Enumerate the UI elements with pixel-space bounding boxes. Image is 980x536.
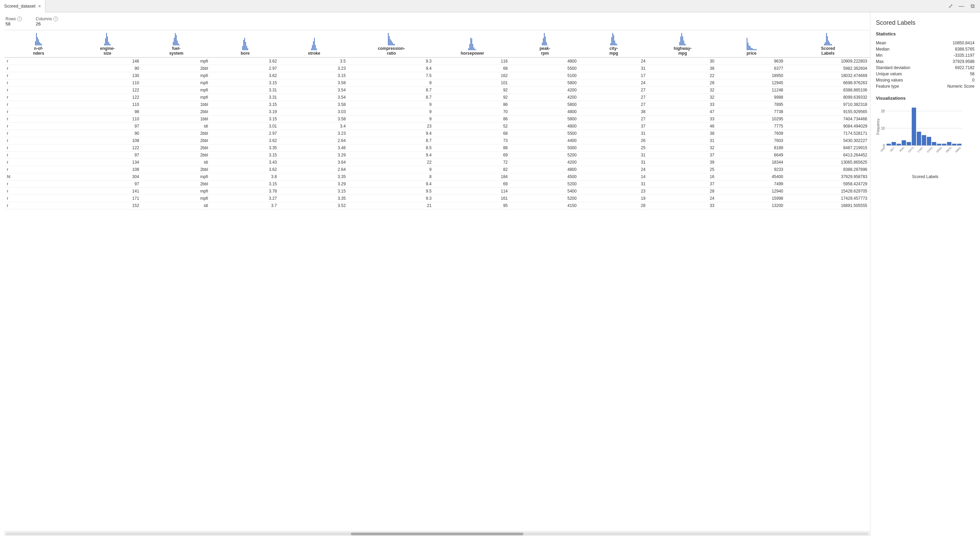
cell-15-1: 108 — [73, 166, 142, 173]
mini-bar — [681, 33, 682, 45]
mini-bar — [469, 44, 470, 50]
col-name-9: highway-mpg — [674, 46, 692, 56]
cell-6-1: 110 — [73, 101, 142, 108]
cell-13-9: 37 — [648, 152, 717, 159]
stat-label: Min — [876, 52, 931, 59]
mini-bar — [616, 43, 616, 45]
minimize-restore-icon[interactable]: ⤢ — [946, 2, 955, 11]
cell-5-0: r — [4, 94, 73, 101]
col-name-7: peak-rpm — [539, 46, 550, 56]
cell-14-6: 72 — [434, 159, 511, 166]
cell-10-0: r — [4, 130, 73, 137]
svg-text:9044..: 9044.. — [899, 146, 905, 152]
mini-bar — [471, 38, 472, 50]
rows-info-icon[interactable]: ? — [17, 16, 22, 21]
cell-8-5: 9 — [348, 115, 434, 123]
cell-17-7: 5200 — [511, 180, 579, 188]
cell-7-1: 98 — [73, 108, 142, 115]
columns-meta: Columns ? 26 — [36, 16, 58, 27]
cell-18-10: 12940 — [717, 188, 786, 195]
cell-5-8: 27 — [579, 94, 648, 101]
cell-3-1: 110 — [73, 80, 142, 87]
scroll-track[interactable] — [5, 533, 869, 535]
tab-scored-dataset[interactable]: Scored_dataset × — [0, 0, 45, 13]
cell-19-11: 17429.457773 — [786, 195, 870, 202]
right-panel: Scored Labels Statistics Mean10850.8414M… — [870, 13, 980, 536]
cell-0-3: 3.62 — [211, 57, 279, 65]
col-header-2: fuel-system — [142, 30, 211, 57]
cell-8-4: 3.58 — [280, 115, 348, 123]
maximize-button[interactable]: ⧉ — [967, 2, 977, 11]
stat-value: -3335.1197 — [931, 52, 975, 59]
cell-9-10: 7775 — [717, 123, 786, 130]
cell-8-8: 27 — [579, 115, 648, 123]
cell-5-3: 3.31 — [211, 94, 279, 101]
mini-bar — [390, 39, 391, 45]
mini-bar — [104, 44, 105, 45]
tab-label: Scored_dataset — [4, 3, 35, 9]
cell-19-3: 3.27 — [211, 195, 279, 202]
mini-bar — [754, 49, 754, 50]
table-row: r110mpfi3.153.58910158002428129456698.97… — [4, 80, 870, 87]
svg-text:13170..: 13170.. — [907, 146, 915, 153]
cell-20-1: 152 — [73, 202, 142, 209]
mini-bar — [41, 44, 42, 45]
cell-14-3: 3.43 — [211, 159, 279, 166]
col-name-3: bore — [241, 51, 250, 56]
svg-text:10: 10 — [881, 126, 885, 130]
cell-0-2: mpfi — [142, 57, 211, 65]
stat-row: Missing values0 — [876, 77, 975, 83]
mini-bar — [749, 45, 749, 50]
col-name-8: city-mpg — [609, 46, 618, 56]
mini-bar — [108, 42, 109, 45]
chart-x-label: Scored Labels — [876, 174, 975, 179]
mini-bar — [543, 38, 544, 45]
cell-5-6: 92 — [434, 94, 511, 101]
mini-bar — [686, 45, 686, 45]
cell-12-8: 25 — [579, 144, 648, 152]
mini-bar — [105, 38, 106, 45]
col-header-5: compression-ratio — [348, 30, 434, 57]
data-table: n-of-ndersengine-sizefuel-systemborestro… — [4, 30, 870, 209]
cell-1-1: 90 — [73, 65, 142, 72]
cell-5-9: 32 — [648, 94, 717, 101]
cell-3-6: 101 — [434, 80, 511, 87]
stat-label: Unique values — [876, 71, 931, 77]
mini-bar — [315, 45, 316, 50]
col-header-0: n-of-nders — [4, 30, 73, 57]
col-name-2: fuel-system — [169, 46, 183, 56]
scroll-thumb[interactable] — [351, 533, 523, 535]
cell-20-5: 21 — [348, 202, 434, 209]
cell-18-1: 141 — [73, 188, 142, 195]
mini-bar — [394, 44, 395, 45]
mini-bar — [179, 45, 180, 45]
cell-8-6: 86 — [434, 115, 511, 123]
cell-9-11: 9084.494029 — [786, 123, 870, 130]
cell-14-11: 13065.865625 — [786, 159, 870, 166]
data-table-wrapper[interactable]: n-of-ndersengine-sizefuel-systemborestro… — [4, 30, 870, 531]
histogram-chart: 01020Frequency-3335..4917..9044..13170..… — [876, 104, 965, 173]
cell-15-9: 25 — [648, 166, 717, 173]
cell-7-7: 4800 — [511, 108, 579, 115]
tab-close-button[interactable]: × — [38, 4, 41, 9]
mini-bar — [468, 48, 469, 50]
cols-info-icon[interactable]: ? — [53, 16, 58, 21]
cell-3-11: 6698.976263 — [786, 80, 870, 87]
cell-11-1: 108 — [73, 137, 142, 144]
cell-8-7: 5800 — [511, 115, 579, 123]
cell-10-7: 5500 — [511, 130, 579, 137]
cell-7-8: 38 — [579, 108, 648, 115]
title-bar-right: ⤢ — ⧉ — [946, 2, 980, 11]
stat-label: Mean — [876, 40, 931, 46]
cell-7-0: r — [4, 108, 73, 115]
minimize-button[interactable]: — — [957, 2, 966, 11]
cell-19-10: 15998 — [717, 195, 786, 202]
cell-10-3: 2.97 — [211, 130, 279, 137]
cell-0-4: 3.5 — [280, 57, 348, 65]
main-content: Rows ? 58 Columns ? 26 n-of-ndersengine-… — [0, 13, 980, 536]
stat-label: Median — [876, 46, 931, 52]
cell-19-2: mpfi — [142, 195, 211, 202]
horizontal-scrollbar[interactable] — [4, 531, 870, 536]
table-row: r141mpfi3.783.159.5114540023281294015428… — [4, 188, 870, 195]
mini-bar — [614, 41, 615, 45]
